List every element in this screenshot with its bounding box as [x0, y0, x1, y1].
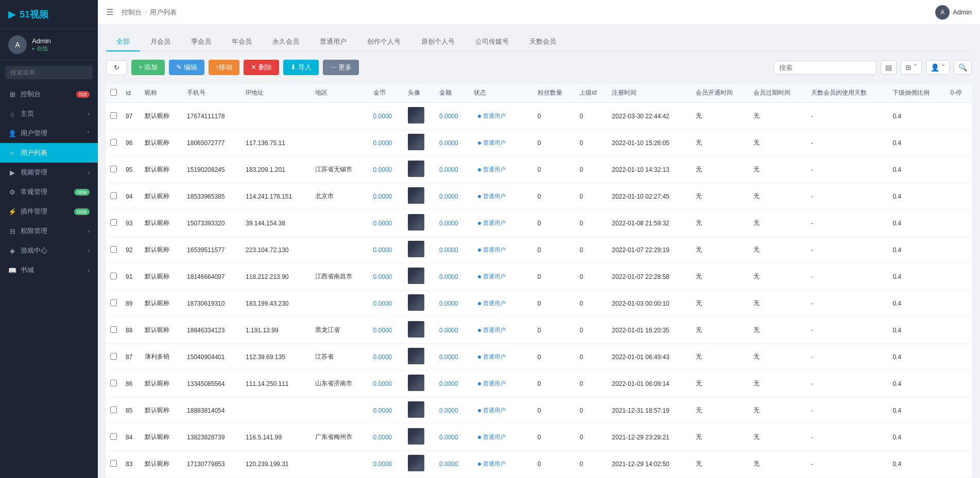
tab-tianshu[interactable]: 天数会员 [519, 33, 566, 51]
row-checkbox[interactable] [110, 299, 117, 306]
sidebar-item-user-list[interactable]: ○ 用户列表 [0, 143, 98, 163]
coins-link[interactable]: 0.0000 [373, 166, 392, 173]
amount-link[interactable]: 0.0000 [439, 193, 458, 200]
tab-permanent[interactable]: 永久会员 [262, 33, 310, 51]
amount-link[interactable]: 0.0000 [439, 461, 458, 468]
cell-coins: 0.0000 [369, 370, 404, 397]
amount-link[interactable]: 0.0000 [439, 380, 458, 387]
tab-creator[interactable]: 创作个人号 [357, 33, 411, 51]
row-checkbox[interactable] [110, 139, 117, 146]
menu-toggle-icon[interactable]: ☰ [106, 7, 113, 17]
sidebar-item-video-mgmt[interactable]: ▶ 视频管理 › [0, 163, 98, 182]
cell-commission: 0.4 [888, 451, 946, 477]
cell-id: 83 [122, 451, 141, 477]
amount-link[interactable]: 0.0000 [439, 300, 458, 307]
cell-id: 93 [122, 210, 141, 237]
row-checkbox[interactable] [110, 460, 117, 467]
delete-button[interactable]: ✕ 删除 [244, 60, 279, 75]
more-button[interactable]: ⋯ 更多 [323, 60, 359, 75]
row-checkbox[interactable] [110, 246, 117, 253]
amount-link[interactable]: 0.0000 [439, 273, 458, 280]
cell-commission: 0.4 [888, 130, 946, 156]
cell-vip-end: 无 [749, 344, 807, 370]
coins-link[interactable]: 0.0000 [373, 380, 392, 387]
row-checkbox[interactable] [110, 166, 117, 172]
page-content: 全部 月会员 季会员 年会员 永久会员 普通用户 创作个人号 原创个人号 公司传… [98, 25, 980, 478]
grid-view-icon[interactable]: ⊞ ˅ [901, 60, 922, 75]
select-all-header [106, 83, 122, 103]
import-button[interactable]: ⬇ 导入 [283, 60, 319, 75]
row-checkbox[interactable] [110, 406, 117, 413]
row-checkbox[interactable] [110, 273, 117, 279]
cell-fans: 0 [534, 237, 576, 263]
sidebar-item-dashboard[interactable]: ⊞ 控制台 hot [0, 84, 98, 104]
amount-link[interactable]: 0.0000 [439, 353, 458, 361]
row-checkbox[interactable] [110, 380, 117, 386]
sidebar-item-home[interactable]: ⌂ 主页 › [0, 104, 98, 123]
column-settings-icon[interactable]: 👤 ˅ [926, 60, 950, 75]
tab-monthly[interactable]: 月会员 [140, 33, 181, 51]
cell-stop [947, 317, 972, 344]
amount-link[interactable]: 0.0000 [439, 407, 458, 414]
sidebar-item-user-mgmt[interactable]: 👤 用户管理 ˅ [0, 123, 98, 143]
coins-link[interactable]: 0.0000 [373, 407, 392, 414]
status-dot [478, 115, 481, 118]
search-input[interactable] [5, 66, 93, 79]
coins-link[interactable]: 0.0000 [373, 434, 392, 441]
coins-link[interactable]: 0.0000 [373, 220, 392, 227]
add-button[interactable]: + 添加 [131, 60, 165, 75]
tab-quarterly[interactable]: 季会员 [181, 33, 221, 51]
sidebar-item-general-mgmt[interactable]: ⚙ 常规管理 new [0, 182, 98, 202]
coins-link[interactable]: 0.0000 [373, 327, 392, 334]
cell-vip-start: 无 [692, 451, 749, 477]
amount-link[interactable]: 0.0000 [439, 113, 458, 120]
sidebar-item-label: 控制台 [21, 90, 41, 99]
amount-link[interactable]: 0.0000 [439, 327, 458, 334]
table-view-icon[interactable]: ▤ [881, 60, 897, 75]
coins-link[interactable]: 0.0000 [373, 353, 392, 361]
cell-reg-time: 2021-12-29 14:02:50 [608, 451, 692, 477]
chevron-right-icon: › [88, 111, 90, 117]
cell-vip-end: 无 [749, 317, 807, 344]
table-search-input[interactable] [773, 61, 876, 75]
row-checkbox[interactable] [110, 326, 117, 333]
tab-original[interactable]: 原创个人号 [411, 33, 465, 51]
tab-yearly[interactable]: 年会员 [221, 33, 262, 51]
tab-all[interactable]: 全部 [106, 33, 140, 51]
amount-link[interactable]: 0.0000 [439, 139, 458, 147]
search-icon[interactable]: 🔍 [954, 60, 972, 75]
coins-link[interactable]: 0.0000 [373, 193, 392, 200]
cell-days-used: - [807, 130, 888, 156]
avatar-image [408, 428, 424, 445]
cell-status: 普通用户 [470, 210, 534, 237]
coins-link[interactable]: 0.0000 [373, 273, 392, 280]
coins-link[interactable]: 0.0000 [373, 300, 392, 307]
tab-normal[interactable]: 普通用户 [310, 33, 357, 51]
coins-link[interactable]: 0.0000 [373, 461, 392, 468]
sidebar-item-permission[interactable]: ⊟ 权限管理 › [0, 221, 98, 241]
row-checkbox[interactable] [110, 353, 117, 360]
edit-button[interactable]: ✎ 编辑 [169, 60, 204, 75]
cell-vip-end: 无 [749, 237, 807, 263]
row-checkbox[interactable] [110, 219, 117, 226]
amount-link[interactable]: 0.0000 [439, 434, 458, 441]
tab-company[interactable]: 公司传媒号 [465, 33, 519, 51]
cell-phone: 18533965385 [183, 183, 242, 210]
move-button[interactable]: ↑移动 [209, 60, 240, 75]
coins-link[interactable]: 0.0000 [373, 113, 392, 120]
user-status: 在线 [32, 45, 51, 52]
amount-link[interactable]: 0.0000 [439, 166, 458, 173]
amount-link[interactable]: 0.0000 [439, 246, 458, 254]
refresh-button[interactable]: ↻ [106, 60, 127, 75]
cell-parent-id: 0 [575, 103, 608, 130]
sidebar-item-game[interactable]: ◈ 游戏中心 › [0, 241, 98, 260]
sidebar-item-plugin-mgmt[interactable]: ⚡ 插件管理 new [0, 202, 98, 221]
row-checkbox[interactable] [110, 192, 117, 199]
amount-link[interactable]: 0.0000 [439, 220, 458, 227]
sidebar-item-bookstore[interactable]: 📖 书城 › [0, 260, 98, 280]
row-checkbox[interactable] [110, 112, 117, 119]
row-checkbox[interactable] [110, 433, 117, 440]
coins-link[interactable]: 0.0000 [373, 139, 392, 147]
coins-link[interactable]: 0.0000 [373, 246, 392, 254]
select-all-checkbox[interactable] [110, 89, 117, 96]
